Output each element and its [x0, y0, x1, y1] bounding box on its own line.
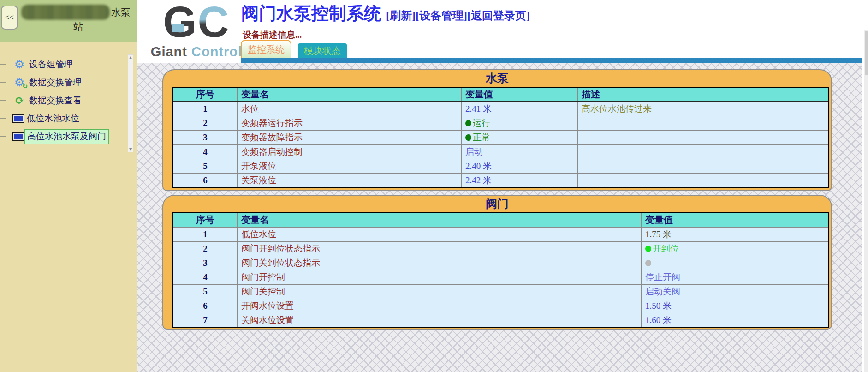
- app-root: << 水泵 站 设备组管理 数据交换: [0, 0, 868, 372]
- gear-sync-icon: [12, 77, 27, 89]
- variable-name: 变频器启动控制: [237, 145, 461, 159]
- col-header-variable: 变量名: [237, 213, 641, 227]
- table-row: 1 低位水位 1.75 米: [173, 227, 828, 241]
- variable-value: 2.42 米: [465, 174, 492, 186]
- tree-connector: [0, 118, 11, 119]
- variable-value-cell: 1.50 米: [641, 299, 828, 313]
- variable-value: 2.41 米: [465, 103, 492, 115]
- giant-control-logo: GC Giant Control: [150, 1, 243, 60]
- sidebar-collapse-button[interactable]: <<: [1, 6, 18, 30]
- brand-text: Giant Control: [150, 44, 243, 60]
- tab-bar: 监控系统 模块状态: [241, 40, 347, 58]
- table-row: 6 关泵液位 2.42 米: [173, 173, 828, 187]
- variable-name: 开泵液位: [237, 159, 461, 173]
- sidebar-header: << 水泵 站: [0, 0, 137, 42]
- header-link[interactable]: [设备管理]: [416, 10, 467, 22]
- header-link[interactable]: [返回登录页]: [467, 10, 530, 22]
- status-dot-icon: [645, 260, 651, 266]
- variable-description: [577, 159, 828, 173]
- tab-monitor-system[interactable]: 监控系统: [241, 40, 291, 58]
- pump-panel-title: 水泵: [163, 70, 831, 87]
- row-index: 4: [173, 270, 237, 284]
- table-row: 5 阀门关控制 启动关阀: [173, 284, 828, 299]
- variable-value[interactable]: 启动: [465, 146, 483, 158]
- col-header-value: 变量值: [461, 88, 577, 101]
- tab-module-status[interactable]: 模块状态: [298, 43, 347, 58]
- variable-value-cell: 2.40 米: [461, 159, 577, 173]
- variable-name: 关泵液位: [237, 174, 461, 187]
- menu-item-label: 高位水池水泵及阀门: [24, 129, 109, 144]
- row-index: 4: [173, 145, 237, 159]
- sidebar-menu-item[interactable]: 数据交换查看: [0, 91, 127, 109]
- row-index: 6: [173, 174, 237, 187]
- row-index: 3: [173, 131, 237, 144]
- gear-icon: [12, 59, 27, 71]
- variable-value-cell: [641, 256, 828, 270]
- sidebar-menu-item[interactable]: 高位水池水泵及阀门: [0, 127, 127, 145]
- scrollbar-thumb[interactable]: [865, 31, 868, 75]
- valve-panel: 阀门 序号 变量名 变量值 1 低位水位: [162, 195, 832, 330]
- menu-item-label: 低位水池水位: [24, 112, 82, 126]
- col-header-description: 描述: [577, 88, 828, 101]
- table-row: 3 阀门关到位状态指示: [173, 256, 828, 270]
- variable-value-cell: 1.60 米: [641, 313, 828, 327]
- variable-name: 阀门关控制: [237, 285, 641, 299]
- variable-description: [577, 131, 828, 144]
- table-row: 3 变频器故障指示 正常: [173, 130, 828, 144]
- variable-name: 变频器运行指示: [237, 116, 461, 130]
- row-index: 2: [173, 116, 237, 130]
- tree-connector: [0, 82, 11, 83]
- tree-connector: [0, 100, 11, 101]
- col-header-index: 序号: [173, 213, 237, 227]
- row-index: 2: [173, 242, 237, 256]
- gc-logo-mark: GC: [150, 1, 243, 43]
- row-index: 1: [173, 228, 237, 241]
- pump-table-header: 序号 变量名 变量值 描述: [173, 88, 828, 102]
- variable-name: 变频器故障指示: [237, 131, 461, 144]
- scroll-up-icon[interactable]: ▲: [128, 55, 133, 60]
- variable-value-cell: 停止开阀: [641, 270, 828, 284]
- valve-table: 序号 变量名 变量值 1 低位水位 1.75 米: [172, 212, 829, 328]
- variable-value: 1.60 米: [645, 314, 672, 326]
- row-index: 1: [173, 102, 237, 116]
- row-index: 7: [173, 313, 237, 327]
- variable-name: 低位水位: [237, 228, 641, 241]
- hmi-screen-icon: [12, 114, 24, 123]
- station-title-line2: 站: [21, 20, 136, 33]
- variable-value-cell: 2.41 米: [461, 102, 577, 116]
- sidebar-menu-item[interactable]: 低位水池水位: [0, 109, 127, 127]
- variable-value-cell: 正常: [461, 131, 577, 144]
- station-title-visible: 水泵: [111, 6, 131, 19]
- sidebar-scrollbar[interactable]: ▲ ▼: [128, 54, 133, 152]
- table-row: 6 开阀水位设置 1.50 米: [173, 299, 828, 313]
- sidebar: << 水泵 站 设备组管理 数据交换: [0, 0, 137, 372]
- sidebar-menu-item[interactable]: 数据交换管理: [0, 73, 127, 91]
- header-link[interactable]: [刷新]: [386, 10, 416, 22]
- variable-value: 2.40 米: [465, 160, 492, 172]
- variable-value: 正常: [473, 132, 490, 144]
- variable-name: 阀门开到位状态指示: [237, 242, 641, 256]
- hmi-screen-icon: [12, 132, 24, 141]
- valve-table-body: 1 低位水位 1.75 米 2 阀门开到位状态指示: [173, 227, 828, 327]
- variable-name: 阀门开控制: [237, 270, 641, 284]
- page-scrollbar[interactable]: [864, 30, 868, 372]
- variable-description: [577, 145, 828, 159]
- variable-value-cell: 1.75 米: [641, 228, 828, 241]
- variable-value[interactable]: 启动关阀: [645, 286, 680, 298]
- variable-value[interactable]: 停止开阀: [645, 271, 680, 283]
- sidebar-menu-item[interactable]: 设备组管理: [0, 55, 127, 73]
- tab-strip-underline: [241, 58, 862, 63]
- variable-value-cell: 运行: [461, 116, 577, 130]
- scroll-down-icon[interactable]: ▼: [128, 147, 133, 151]
- variable-value-cell: 开到位: [641, 242, 828, 256]
- table-row: 2 阀门开到位状态指示 开到位: [173, 241, 828, 256]
- logo-accent-bar: [172, 24, 184, 32]
- table-row: 4 变频器启动控制 启动: [173, 144, 828, 159]
- sync-arrows-icon: [12, 95, 27, 107]
- top-header: GC Giant Control 阀门水泵控制系统[刷新][设备管理][返回登录…: [137, 0, 868, 63]
- table-row: 4 阀门开控制 停止开阀: [173, 270, 828, 284]
- menu-item-label: 数据交换查看: [27, 94, 84, 108]
- status-dot-icon: [645, 246, 651, 252]
- pump-table: 序号 变量名 变量值 描述 1 水位: [172, 87, 829, 188]
- status-dot-icon: [465, 120, 471, 126]
